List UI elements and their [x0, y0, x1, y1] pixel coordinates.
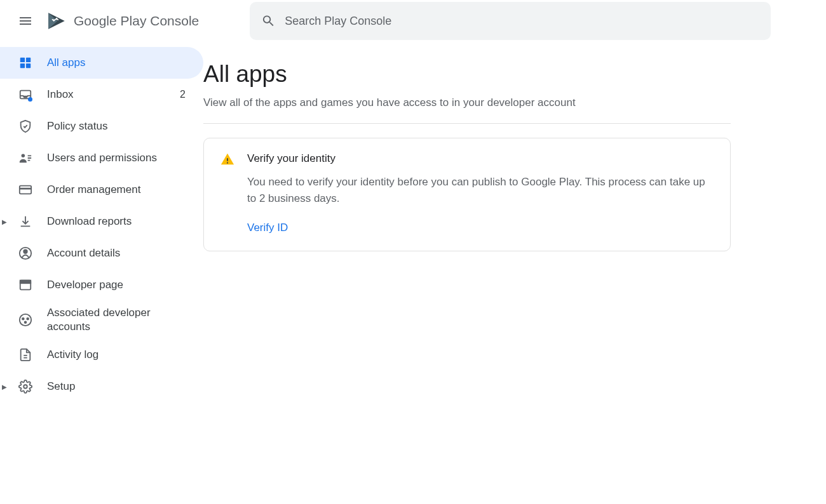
sidebar-item-label: Activity log: [47, 348, 98, 362]
sidebar-item-account-details[interactable]: Account details: [0, 237, 203, 269]
page-icon: [18, 277, 33, 293]
page-title: All apps: [203, 61, 731, 88]
play-console-logo-icon: [46, 10, 67, 32]
svg-point-13: [27, 318, 29, 320]
unread-dot-icon: [28, 97, 32, 102]
verify-id-link[interactable]: Verify ID: [247, 222, 288, 234]
search-icon: [261, 13, 276, 29]
svg-point-15: [24, 385, 27, 388]
svg-point-14: [25, 321, 27, 323]
divider: [203, 123, 731, 124]
sidebar-item-label: Users and permissions: [47, 151, 157, 165]
svg-rect-6: [20, 186, 31, 194]
sidebar-item-users[interactable]: Users and permissions: [0, 142, 203, 174]
sidebar-item-label: Associated developer accounts: [47, 306, 161, 334]
apps-icon: [18, 55, 33, 70]
sidebar-item-order-management[interactable]: Order management: [0, 174, 203, 206]
download-icon: [18, 214, 33, 229]
sidebar-item-label: All apps: [47, 56, 85, 70]
svg-rect-0: [20, 58, 25, 62]
main-menu-button[interactable]: [10, 6, 41, 36]
sidebar-item-inbox[interactable]: Inbox 2: [0, 79, 203, 110]
inbox-badge: 2: [180, 89, 186, 100]
logo[interactable]: Google Play Console: [46, 10, 199, 32]
hamburger-icon: [18, 13, 33, 29]
verify-identity-card: Verify your identity You need to verify …: [203, 138, 731, 251]
sidebar-item-associated-accounts[interactable]: Associated developer accounts: [0, 301, 203, 339]
sidebar-item-developer-page[interactable]: Developer page: [0, 269, 203, 301]
warning-icon: [220, 152, 247, 234]
svg-point-11: [20, 314, 31, 326]
svg-rect-2: [20, 63, 25, 68]
notice-text: You need to verify your identity before …: [247, 174, 711, 206]
brand-text: Google Play Console: [74, 13, 199, 29]
sidebar-item-activity-log[interactable]: Activity log: [0, 339, 203, 371]
sidebar-item-label: Inbox: [47, 88, 74, 102]
sidebar-item-download-reports[interactable]: ▶ Download reports: [0, 206, 203, 237]
notice-title: Verify your identity: [247, 152, 711, 165]
sidebar-item-label: Setup: [47, 380, 75, 394]
sidebar-item-label: Policy status: [47, 119, 107, 133]
log-icon: [18, 347, 33, 362]
svg-rect-10: [20, 281, 31, 284]
sidebar-item-label: Developer page: [47, 278, 123, 292]
sidebar-item-policy-status[interactable]: Policy status: [0, 110, 203, 142]
sidebar-item-setup[interactable]: ▶ Setup: [0, 371, 203, 402]
sidebar-item-label: Order management: [47, 183, 140, 197]
svg-rect-1: [26, 58, 30, 62]
svg-rect-3: [26, 63, 30, 68]
sidebar-item-label: Account details: [47, 246, 120, 260]
sidebar: All apps Inbox 2 Policy status Users and…: [0, 42, 203, 504]
associated-icon: [18, 312, 33, 328]
svg-point-5: [22, 154, 25, 158]
main-content: All apps View all of the apps and games …: [203, 42, 826, 504]
svg-point-8: [24, 250, 27, 254]
search-bar[interactable]: [250, 2, 771, 40]
page-subtitle: View all of the apps and games you have …: [203, 96, 731, 109]
setup-icon: [18, 379, 33, 394]
sidebar-item-label: Download reports: [47, 215, 132, 229]
expand-right-icon: ▶: [2, 218, 7, 225]
account-icon: [18, 246, 33, 261]
svg-point-12: [22, 318, 24, 320]
card-icon: [18, 182, 33, 197]
users-icon: [18, 150, 33, 166]
header: Google Play Console: [0, 0, 826, 42]
shield-icon: [18, 119, 33, 134]
search-input[interactable]: [285, 15, 759, 28]
expand-right-icon: ▶: [2, 383, 7, 390]
sidebar-item-all-apps[interactable]: All apps: [0, 47, 203, 79]
